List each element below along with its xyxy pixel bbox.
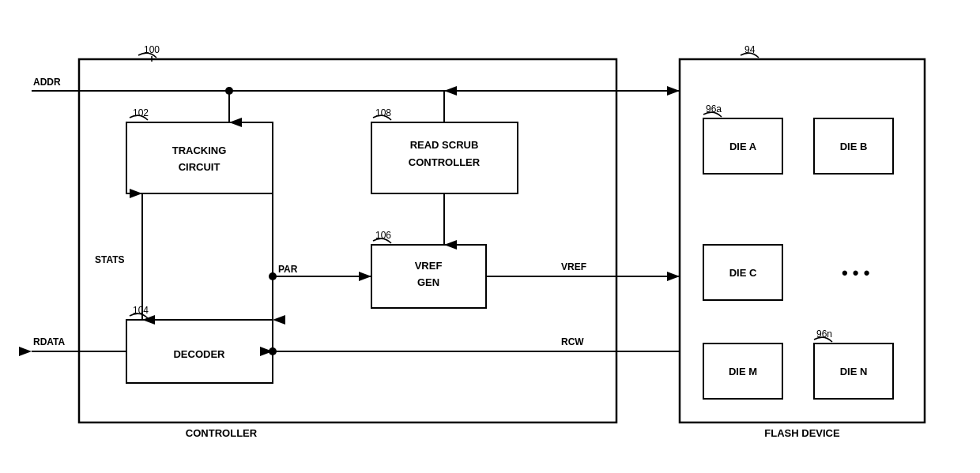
vref-gen-label1: VREF [415, 260, 443, 272]
flash-device-label: FLASH DEVICE [764, 427, 840, 439]
tracking-circuit-label2: CIRCUIT [179, 161, 220, 173]
tracking-ref: 102 [133, 107, 149, 118]
stats-label: STATS [95, 254, 125, 265]
decoder-label: DECODER [173, 348, 225, 360]
tracking-circuit-box [126, 122, 273, 193]
controller-label: CONTROLLER [186, 427, 258, 439]
die-n-label: DIE N [840, 366, 868, 377]
ellipsis: • • • [842, 263, 869, 283]
vref-label: VREF [561, 261, 586, 272]
tracking-circuit-label1: TRACKING [172, 145, 227, 156]
die-a-label: DIE A [729, 141, 757, 152]
read-scrub-label1: READ SCRUB [410, 139, 479, 151]
die-m-label: DIE M [729, 366, 757, 377]
controller-box [79, 59, 616, 422]
read-scrub-label2: CONTROLLER [409, 156, 481, 168]
diagram-container: CONTROLLER 100 FLASH DEVICE 94 TRACKING … [16, 12, 964, 462]
die-b-label: DIE B [840, 141, 868, 152]
svg-point-19 [269, 347, 277, 355]
rdata-label: RDATA [33, 336, 66, 347]
die-c-label: DIE C [729, 267, 757, 279]
par-label: PAR [278, 264, 298, 275]
vref-gen-label2: GEN [417, 276, 439, 288]
addr-label: ADDR [33, 77, 61, 88]
read-scrub-ref: 108 [375, 107, 391, 118]
rcw-label: RCW [561, 336, 584, 347]
